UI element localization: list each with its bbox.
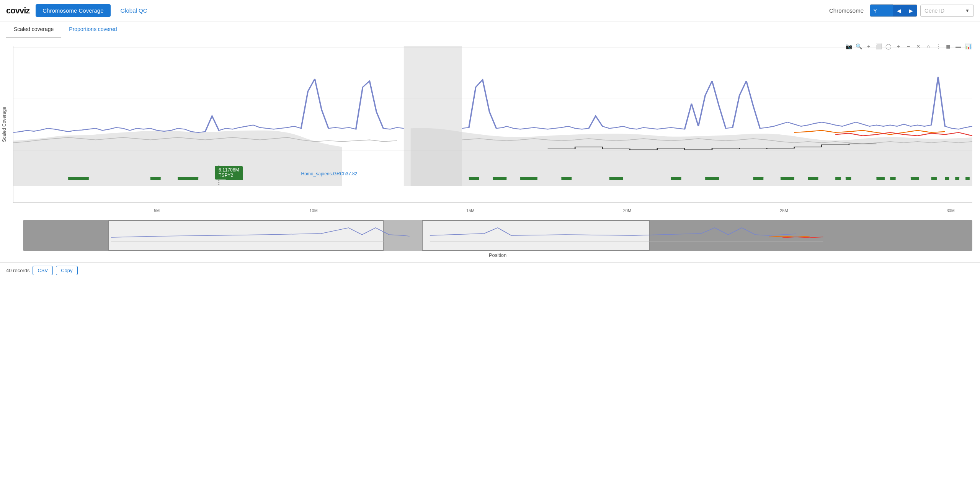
more-icon[interactable]: ⋮	[934, 42, 942, 51]
dark-rect-icon: ◼	[944, 42, 952, 51]
chart-toolbar: 📷 🔍 + ⬜ ◯ + − ✕ ⌂ ⋮ ◼ ▬ 📊	[844, 42, 972, 51]
gene-block	[493, 177, 507, 180]
camera-icon[interactable]: 📷	[844, 42, 853, 51]
chrom-prev-button[interactable]: ◀	[893, 5, 905, 16]
minimap-red	[782, 237, 823, 238]
box-select-icon[interactable]: ⬜	[874, 42, 883, 51]
chart-wrapper: Scaled Coverage 0 1 2 3	[0, 42, 980, 203]
minimap-orange	[769, 236, 810, 237]
gene-block	[965, 177, 970, 180]
gene-block	[835, 177, 841, 180]
gene-block	[469, 177, 479, 180]
y-axis-label: Scaled Coverage	[0, 46, 13, 203]
chrom-coverage-button[interactable]: Chromosome Coverage	[36, 4, 110, 17]
minimap-blue-2	[430, 228, 796, 235]
zoom-in-icon[interactable]: +	[894, 42, 903, 51]
bar-chart-icon[interactable]: 📊	[964, 42, 972, 51]
gene-block	[931, 177, 937, 180]
header: covviz Chromosome Coverage Global QC Chr…	[0, 0, 980, 21]
gene-id-chevron-icon: ▼	[965, 8, 970, 13]
gene-block	[781, 177, 794, 180]
minimap-svg	[23, 220, 972, 251]
gene-block	[705, 177, 719, 180]
gene-block	[68, 177, 89, 180]
position-label: Position	[23, 252, 972, 258]
home-icon[interactable]: ⌂	[924, 42, 933, 51]
tab-proportions-covered[interactable]: Proportions covered	[61, 21, 124, 38]
chrom-next-button[interactable]: ▶	[905, 5, 917, 16]
x-tick-30m: 30M	[946, 208, 954, 213]
gene-block	[808, 177, 818, 180]
gene-block	[671, 177, 681, 180]
zoom-icon[interactable]: 🔍	[854, 42, 863, 51]
minimap-container: Position	[0, 220, 980, 258]
gene-id-selector[interactable]: Gene ID ▼	[920, 5, 974, 17]
chromosome-selector: Y 12X ◀ ▶	[870, 4, 917, 17]
global-qc-button[interactable]: Global QC	[117, 4, 151, 17]
orange-line	[794, 131, 945, 135]
x-tick-20m: 20M	[623, 208, 631, 213]
gene-id-placeholder: Gene ID	[924, 8, 965, 14]
chromosome-dropdown[interactable]: Y 12X	[870, 5, 893, 16]
gene-block	[890, 177, 895, 180]
copy-button[interactable]: Copy	[56, 266, 77, 275]
chart-plot-area: 0 1 2 3	[13, 46, 972, 203]
header-controls: Chromosome Y 12X ◀ ▶ Gene ID ▼	[826, 4, 974, 17]
red-line	[835, 132, 972, 136]
x-tick-15m: 15M	[466, 208, 474, 213]
gene-block	[846, 177, 851, 180]
x-tick-25m: 25M	[780, 208, 788, 213]
reset-icon[interactable]: ✕	[914, 42, 923, 51]
gene-block	[877, 177, 885, 180]
plus-icon[interactable]: +	[864, 42, 873, 51]
chart-container: 📷 🔍 + ⬜ ◯ + − ✕ ⌂ ⋮ ◼ ▬ 📊 Scaled Coverag…	[0, 38, 980, 258]
csv-button[interactable]: CSV	[33, 266, 53, 275]
x-axis: 5M 10M 15M 20M 25M 30M	[0, 205, 980, 216]
records-count: 40 records	[6, 268, 29, 273]
blue-line-2	[462, 77, 972, 129]
bottom-bar: 40 records CSV Copy	[0, 262, 980, 278]
gene-block	[753, 177, 763, 180]
blue-line-1	[13, 79, 404, 132]
chromosome-label: Chromosome	[826, 7, 867, 14]
gene-block	[150, 177, 161, 180]
gene-block	[520, 177, 537, 180]
tabs-bar: Scaled coverage Proportions covered	[0, 21, 980, 38]
gene-block	[561, 177, 572, 180]
gene-block	[945, 177, 949, 180]
x-tick-10m: 10M	[309, 208, 317, 213]
minimap-inner	[23, 220, 972, 251]
gene-block	[226, 177, 243, 180]
x-tick-5m: 5M	[154, 208, 160, 213]
gene-block	[178, 177, 198, 180]
gene-block	[911, 177, 919, 180]
gene-block	[609, 177, 623, 180]
chart-svg	[13, 46, 972, 203]
gene-block	[955, 177, 959, 180]
zoom-out-icon[interactable]: −	[904, 42, 913, 51]
tab-scaled-coverage[interactable]: Scaled coverage	[6, 21, 61, 38]
lasso-icon[interactable]: ◯	[884, 42, 893, 51]
light-rect-icon: ▬	[954, 42, 962, 51]
minimap-blue-1	[111, 228, 409, 237]
logo: covviz	[6, 6, 29, 16]
